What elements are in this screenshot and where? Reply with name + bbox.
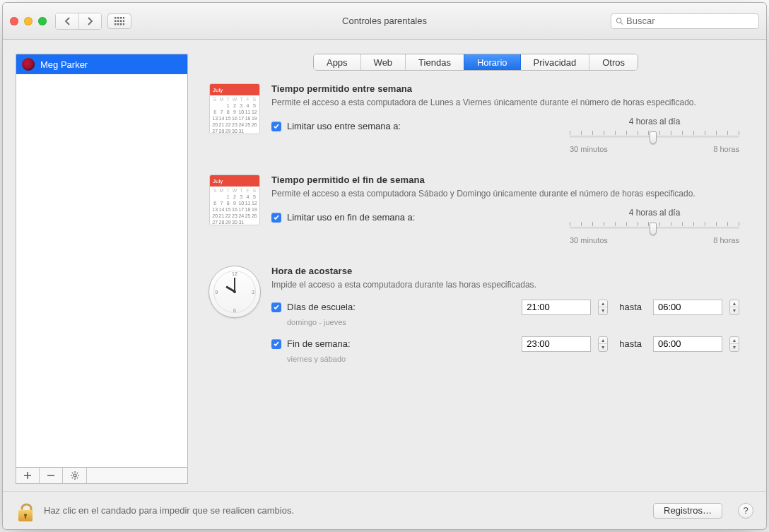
user-row[interactable]: Meg Parker [16,54,187,74]
minus-icon [47,472,54,479]
weekend-slider-max: 8 horas [713,236,739,244]
svg-rect-1 [117,17,119,19]
weekend-limit-checkbox[interactable]: Limitar uso en fin de semana a: [271,212,415,223]
svg-rect-2 [120,17,122,19]
titlebar: Controles parentales [3,3,766,40]
tab-web[interactable]: Web [361,54,406,70]
show-all-button[interactable] [107,13,131,29]
body: Meg Parker Apps Web T [3,40,766,491]
weekday-slider-value: 4 horas al día [570,117,739,126]
weekday-slider-min: 30 minutos [570,145,608,153]
sidebar: Meg Parker [16,54,188,484]
clock-icon: 12 3 6 9 [209,266,261,318]
action-menu-button[interactable] [63,468,87,483]
weekday-slider-max: 8 horas [713,145,739,153]
school-from-field[interactable]: 21:00 [522,300,591,315]
slider-thumb[interactable] [650,223,657,235]
nav-back-forward [55,13,102,30]
school-to-stepper[interactable]: ▲▼ [729,300,739,315]
avatar [22,58,35,71]
svg-line-21 [71,478,72,478]
user-list[interactable]: Meg Parker [16,54,188,467]
gear-icon [71,471,79,480]
weekend-to-stepper[interactable]: ▲▼ [729,336,739,352]
checkbox-checked-icon [271,122,281,131]
section-weekend: July SMTWTFS 12345 6789101112 1314151617… [208,175,739,244]
svg-line-20 [76,478,77,478]
bottom-bar: Haz clic en el candado para impedir que … [3,491,766,529]
school-row: Días de escuela: 21:00 ▲▼ hasta 06:00 ▲▼ [271,300,739,315]
add-user-button[interactable] [16,468,40,483]
svg-rect-8 [115,23,117,25]
traffic-lights [10,17,47,25]
logs-button[interactable]: Registros… [653,503,722,519]
calendar-icon: July SMTWTFS 12345 6789101112 1314151617… [209,83,260,134]
tabs: Apps Web Tiendas Horario Privacidad Otro… [198,54,753,71]
svg-rect-10 [120,23,122,25]
tab-time[interactable]: Horario [464,54,521,70]
help-button[interactable]: ? [738,503,753,519]
weekend-label: Fin de semana: [287,338,351,349]
lock-icon[interactable] [16,499,35,523]
checkbox-checked-icon [271,339,281,349]
svg-rect-3 [123,17,124,19]
calendar-icon: July SMTWTFS 12345 6789101112 1314151617… [209,175,260,225]
slider-thumb[interactable] [650,131,657,144]
weekend-to-field[interactable]: 06:00 [653,336,722,352]
weekend-slider[interactable]: 4 horas al día 30 minutos 8 horas [570,208,739,244]
tab-privacy[interactable]: Privacidad [521,54,590,70]
school-subtext: domingo - jueves [287,318,739,326]
bedtime-desc: Impide el acceso a esta computadora dura… [271,279,703,290]
close-button[interactable] [10,17,18,25]
svg-point-14 [74,474,76,477]
search-input[interactable] [626,16,754,26]
school-checkbox[interactable]: Días de escuela: [271,302,356,312]
svg-rect-9 [117,23,119,25]
minimize-button[interactable] [24,17,33,25]
svg-rect-6 [120,20,122,22]
svg-rect-11 [123,23,124,25]
zoom-button[interactable] [38,17,47,25]
weekend-from-stepper[interactable]: ▲▼ [598,336,608,352]
svg-line-13 [621,22,623,24]
svg-rect-25 [25,516,26,519]
search-icon [616,17,623,25]
weekday-title: Tiempo permitido entre semana [271,83,739,94]
school-from-stepper[interactable]: ▲▼ [598,300,608,315]
svg-rect-4 [115,20,117,22]
weekend-checkbox[interactable]: Fin de semana: [271,338,351,349]
tab-other[interactable]: Otros [589,54,638,70]
tab-bar: Apps Web Tiendas Horario Privacidad Otro… [313,54,638,71]
pane-time: July SMTWTFS 12345 6789101112 1314151617… [198,83,753,484]
back-button[interactable] [56,13,78,29]
remove-user-button[interactable] [40,468,63,483]
svg-rect-7 [123,20,124,22]
user-name: Meg Parker [40,59,88,70]
content: Apps Web Tiendas Horario Privacidad Otro… [198,54,753,484]
bedtime-title: Hora de acostarse [271,266,739,276]
sidebar-footer [16,467,188,484]
tab-stores[interactable]: Tiendas [406,54,464,70]
weekend-from-field[interactable]: 23:00 [522,336,591,352]
svg-line-22 [76,473,77,473]
weekend-slider-min: 30 minutos [570,236,608,244]
weekend-title: Tiempo permitido el fin de semana [271,175,739,185]
tab-apps[interactable]: Apps [314,54,361,70]
window: Controles parentales Meg Parker [2,2,767,530]
weekend-to-label: hasta [619,338,642,349]
lock-message: Haz clic en el candado para impedir que … [44,505,294,516]
weekend-slider-value: 4 horas al día [570,208,739,218]
weekend-subtext: viernes y sábado [287,355,739,363]
svg-rect-0 [115,17,117,19]
weekday-slider[interactable]: 4 horas al día 30 minutos 8 horas [570,117,739,153]
school-label: Días de escuela: [287,302,356,312]
plus-icon [24,472,31,479]
search-field[interactable] [611,13,759,29]
weekday-desc: Permite el acceso a esta computadora de … [271,97,703,108]
school-to-field[interactable]: 06:00 [653,300,722,315]
svg-point-12 [616,18,621,22]
forward-button[interactable] [78,13,101,29]
weekday-limit-checkbox[interactable]: Limitar uso entre semana a: [271,121,401,131]
checkbox-checked-icon [271,213,281,223]
svg-line-19 [71,473,72,473]
